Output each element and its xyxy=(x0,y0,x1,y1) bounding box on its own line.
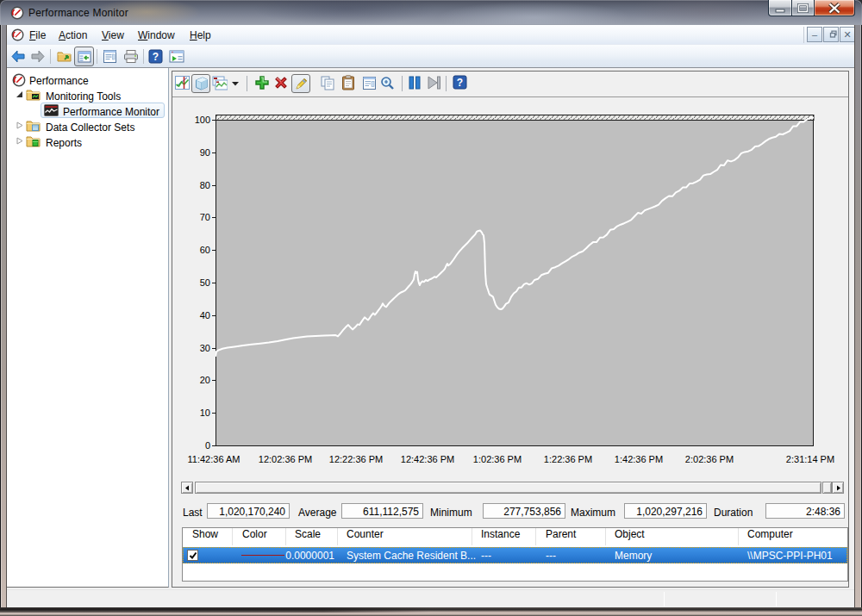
svg-text:1:42:36 PM: 1:42:36 PM xyxy=(615,454,663,464)
svg-text:0: 0 xyxy=(205,440,210,451)
svg-text:12:22:36 PM: 12:22:36 PM xyxy=(329,454,383,464)
svg-text:90: 90 xyxy=(200,147,210,158)
svg-text:11:42:36 AM: 11:42:36 AM xyxy=(188,454,240,464)
svg-text:1:02:36 PM: 1:02:36 PM xyxy=(473,454,522,464)
svg-text:40: 40 xyxy=(200,310,210,320)
svg-text:12:02:36 PM: 12:02:36 PM xyxy=(259,454,312,464)
svg-text:50: 50 xyxy=(200,277,210,288)
svg-text:?: ? xyxy=(457,77,463,89)
svg-text:20: 20 xyxy=(200,375,210,385)
svg-text:2:02:36 PM: 2:02:36 PM xyxy=(685,454,734,464)
svg-text:2:31:14 PM: 2:31:14 PM xyxy=(786,454,834,464)
svg-text:?: ? xyxy=(153,51,159,63)
svg-text:30: 30 xyxy=(200,343,210,353)
svg-text:12:42:36 PM: 12:42:36 PM xyxy=(401,454,454,464)
svg-text:80: 80 xyxy=(200,180,210,190)
svg-text:100: 100 xyxy=(195,115,210,125)
svg-text:60: 60 xyxy=(200,245,210,255)
svg-text:1:22:36 PM: 1:22:36 PM xyxy=(544,454,592,464)
svg-text:70: 70 xyxy=(200,212,210,222)
svg-text:10: 10 xyxy=(200,408,210,418)
